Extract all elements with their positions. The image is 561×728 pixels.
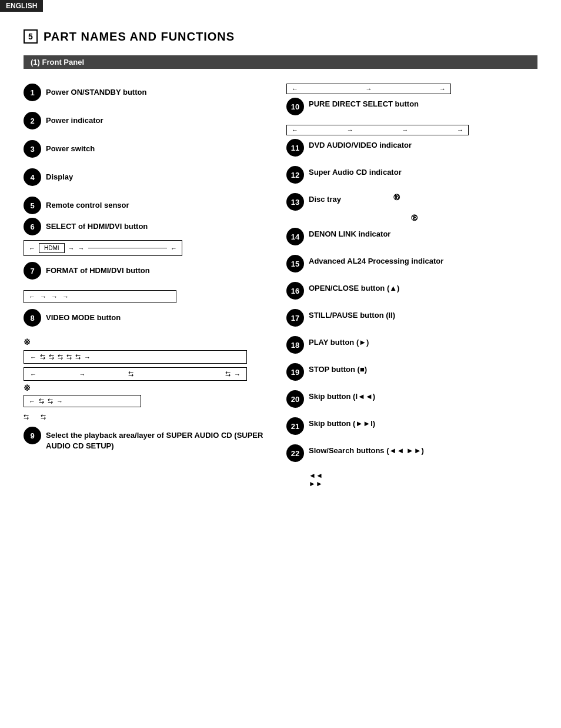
item-15-number: 15 [286, 255, 304, 272]
item-21-label: Skip button (►►I) [309, 417, 375, 429]
da-arrow4: → [457, 127, 463, 134]
item-9: 9 Select the playback area/layer of SUPE… [24, 427, 269, 451]
sd-arrow1: ← [29, 398, 35, 405]
item-12: 12 Super Audio CD indicator [286, 166, 537, 184]
item-22-label: Slow/Search buttons (◄◄ ►►) [309, 444, 424, 456]
item-22-number: 22 [286, 444, 304, 462]
item-12-number: 12 [286, 166, 304, 184]
pd-arrow1: ← [292, 85, 298, 92]
item-10-number: 10 [286, 98, 304, 115]
item-1-number: 1 [24, 84, 41, 101]
item-13: 13 Disc tray ⑯ ⑱ [286, 193, 537, 225]
item-1-label: Power ON/STANDBY button [46, 84, 146, 98]
item-11-label: DVD AUDIO/VIDEO indicator [309, 139, 412, 151]
item-10: 10 PURE DIRECT SELECT button [286, 98, 537, 115]
vm-arrow4: → [62, 293, 69, 300]
item-16: 16 OPEN/CLOSE button (▲) [286, 282, 537, 300]
item-1: 1 Power ON/STANDBY button [24, 84, 269, 101]
ma1-arrow5: ⇆ [66, 353, 72, 361]
multi-diagram-2: ← → ⇆ ⇆ → [24, 367, 269, 381]
item-14-number: 14 [286, 228, 304, 245]
item-4: 4 Display [24, 168, 269, 186]
item-19: 19 STOP button (■) [286, 363, 537, 381]
item-5: 5 Remote control sensor [24, 197, 269, 214]
item-16-label: OPEN/CLOSE button (▲) [309, 282, 399, 294]
item-2-number: 2 [24, 112, 41, 129]
ba-arrow1: ⇆ [24, 413, 29, 421]
item-7: 7 FORMAT of HDMI/DVI button [24, 262, 269, 280]
right-column: ← → → 10 PURE DIRECT SELECT button ← → [280, 84, 537, 488]
bottom-arrows: ⇆ ⇆ [24, 413, 269, 421]
item-4-number: 4 [24, 168, 41, 186]
pd-arrow3: → [439, 85, 446, 92]
item-15: 15 Advanced AL24 Processing indicator [286, 255, 537, 272]
arrow-left-icon: ← [29, 245, 35, 252]
item-13-number: 13 [286, 193, 304, 211]
item-14-label: DENON LINK indicator [309, 228, 390, 240]
vm-arrow1: ← [29, 293, 35, 300]
slow-search-arrows: ◄◄ ►► [309, 471, 537, 488]
section-title-text: PART NAMES AND FUNCTIONS [44, 30, 235, 44]
ma2-arrow5: → [234, 371, 241, 378]
ss-arrow1: ◄◄ [309, 471, 323, 480]
da-arrow2: → [347, 127, 353, 134]
ma1-arrow7: → [84, 354, 91, 361]
slow-search-row-2: ►► [309, 480, 537, 488]
item-17-label: STILL/PAUSE button (II) [309, 309, 395, 321]
section-number: 5 [24, 29, 38, 44]
video-mode-diagram: ← → → → [24, 290, 269, 303]
item-20-number: 20 [286, 390, 304, 408]
item-17-number: 17 [286, 309, 304, 327]
item-4-label: Display [46, 168, 73, 182]
item-19-number: 19 [286, 363, 304, 381]
sd-arrow3: ⇆ [48, 397, 53, 405]
asterisk-2: ※ [24, 383, 269, 393]
ma1-arrow6: ⇆ [75, 353, 81, 361]
ma2-arrow4: ⇆ [225, 370, 231, 378]
item-2: 2 Power indicator [24, 112, 269, 129]
section-title: 5 PART NAMES AND FUNCTIONS [24, 29, 537, 44]
item-20: 20 Skip button (I◄◄) [286, 390, 537, 408]
item-8: 8 VIDEO MODE button [24, 309, 269, 327]
item-15-label: Advanced AL24 Processing indicator [309, 255, 443, 267]
item-3: 3 Power switch [24, 140, 269, 158]
item-11: 11 DVD AUDIO/VIDEO indicator [286, 139, 537, 157]
hdmi-format-diagram: ← HDMI → → ← [24, 240, 269, 256]
item-7-label: FORMAT of HDMI/DVI button [46, 262, 150, 276]
hdmi-box: HDMI [39, 243, 65, 253]
item-13-label: Disc tray [309, 193, 341, 205]
item-19-label: STOP button (■) [309, 363, 367, 375]
arrow-right-icon2: → [78, 245, 85, 252]
item-7-number: 7 [24, 262, 41, 280]
item-5-number: 5 [24, 197, 41, 214]
floating-16: ⑯ [393, 193, 400, 202]
ma1-arrow4: ⇆ [58, 353, 63, 361]
item-12-label: Super Audio CD indicator [309, 166, 402, 178]
item-14: 14 DENON LINK indicator [286, 228, 537, 245]
slow-search-row-1: ◄◄ [309, 471, 537, 480]
ma1-arrow3: ⇆ [49, 353, 54, 361]
item-17: 17 STILL/PAUSE button (II) [286, 309, 537, 327]
item-6-label: SELECT of HDMI/DVI button [46, 218, 148, 232]
ma2-arrow1: ← [30, 371, 36, 378]
floating-18: ⑱ [411, 214, 418, 222]
ss-arrow2: ►► [309, 480, 323, 488]
asterisk-1: ※ [24, 337, 269, 347]
sd-arrow4: → [56, 398, 63, 405]
item-3-label: Power switch [46, 140, 95, 154]
arrow-right-icon: → [68, 245, 75, 252]
item-3-number: 3 [24, 140, 41, 158]
ba-arrow2: ⇆ [41, 413, 46, 421]
item-22: 22 Slow/Search buttons (◄◄ ►►) [286, 444, 537, 462]
ma1-arrow1: ← [30, 354, 36, 361]
da-arrow3: → [402, 127, 408, 134]
item-20-label: Skip button (I◄◄) [309, 390, 375, 402]
item-21: 21 Skip button (►►I) [286, 417, 537, 435]
item-16-number: 16 [286, 282, 304, 300]
item-21-number: 21 [286, 417, 304, 435]
sd-arrow2: ⇆ [39, 397, 44, 405]
item-8-number: 8 [24, 309, 41, 327]
ma2-arrow3: ⇆ [128, 370, 133, 378]
item-2-label: Power indicator [46, 112, 103, 126]
ma2-arrow2: → [40, 371, 125, 378]
